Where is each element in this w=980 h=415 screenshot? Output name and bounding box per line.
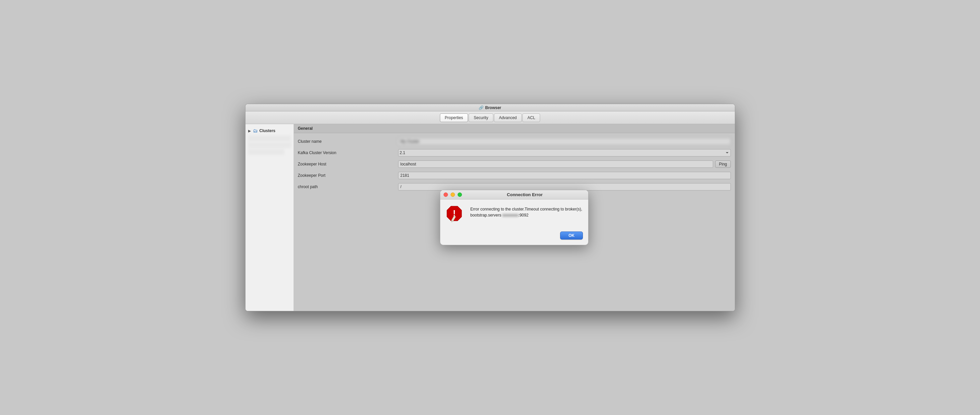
tab-toolbar: Properties Security Advanced ACL	[245, 111, 735, 124]
connection-error-dialog: Connection Error !	[440, 190, 589, 245]
browser-icon: 🔗	[479, 105, 484, 110]
dialog-body: ! Error connecting to the cluster.Timeou…	[440, 200, 588, 231]
error-icon: !	[445, 205, 463, 222]
list-item[interactable]	[248, 135, 291, 141]
list-item[interactable]	[248, 149, 284, 155]
sidebar: ▶ 🗂 Clusters	[245, 124, 294, 311]
dialog-message: Error connecting to the cluster.Timeout …	[470, 205, 583, 225]
main-layout: ▶ 🗂 Clusters General Cluster name	[245, 124, 735, 311]
tab-acl[interactable]: ACL	[522, 113, 540, 122]
app-window: 🔗 Browser Properties Security Advanced A…	[245, 104, 735, 311]
maximize-button-traffic-light[interactable]	[458, 192, 462, 197]
tab-advanced[interactable]: Advanced	[494, 113, 522, 122]
window-title-text: Browser	[485, 105, 501, 110]
dialog-footer: OK	[440, 231, 588, 245]
title-bar: 🔗 Browser	[245, 104, 735, 111]
close-button-traffic-light[interactable]	[444, 192, 448, 197]
dialog-icon-area: !	[445, 205, 466, 225]
dialog-title-bar: Connection Error	[440, 190, 588, 200]
ok-button[interactable]: OK	[560, 231, 583, 239]
dialog-title: Connection Error	[465, 192, 585, 197]
tab-properties[interactable]: Properties	[440, 113, 468, 122]
folder-icon: 🗂	[253, 128, 258, 133]
dialog-message-blurred: xxxxxxxx	[502, 212, 519, 218]
minimize-button-traffic-light[interactable]	[450, 192, 455, 197]
sidebar-clusters-label: Clusters	[259, 128, 275, 133]
tab-security[interactable]: Security	[469, 113, 493, 122]
window-title: 🔗 Browser	[479, 105, 501, 110]
sidebar-clusters-header: ▶ 🗂 Clusters	[245, 127, 294, 135]
content-area: General Cluster name Kafka Cluster Versi…	[294, 124, 735, 311]
modal-overlay: Connection Error !	[294, 124, 735, 311]
list-item[interactable]	[248, 142, 291, 148]
expand-arrow-icon: ▶	[248, 129, 251, 133]
dialog-message-text2: :9092	[519, 213, 528, 217]
